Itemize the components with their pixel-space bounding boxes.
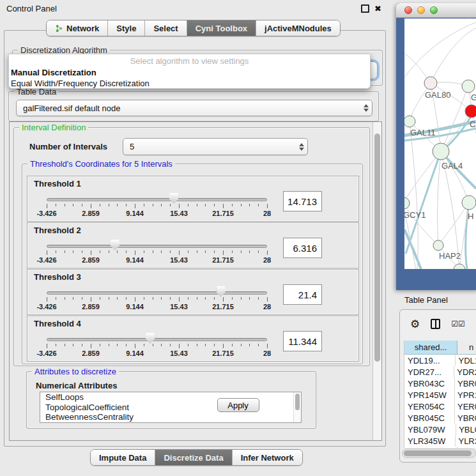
tab-impute-data[interactable]: Impute Data — [91, 450, 155, 465]
table-header-row: shared...n — [404, 341, 476, 355]
table-row[interactable]: YDL19...YDL1 — [404, 355, 476, 366]
attributes-group: Attributes to discretize Numerical Attri… — [26, 371, 316, 429]
slider-tick — [223, 344, 224, 348]
table-row[interactable]: YBL079WYBL0 — [404, 424, 476, 435]
slider-tick — [223, 204, 224, 208]
threshold-value-field[interactable] — [283, 238, 322, 258]
slider-tick — [82, 250, 82, 253]
slider-tick — [56, 204, 56, 206]
threshold-label: Threshold 1 — [34, 179, 81, 188]
slider-tick-label: 21.715 — [206, 349, 240, 357]
window-controls: ✖ — [361, 4, 381, 13]
network-edge[interactable] — [404, 151, 441, 203]
slider-tick-label: 15.43 — [162, 256, 196, 264]
network-node-label: GAL80 — [425, 90, 450, 100]
table-cell: YPR1 — [455, 389, 476, 401]
table-column-header[interactable]: n — [457, 341, 476, 354]
slider-tick — [205, 297, 206, 300]
slider-tick — [223, 250, 224, 255]
tab-select[interactable]: Select — [145, 20, 187, 36]
slider-thumb[interactable] — [111, 240, 119, 250]
network-node[interactable] — [404, 197, 410, 209]
slider-track[interactable] — [47, 291, 267, 295]
threshold-value-field[interactable] — [283, 284, 322, 305]
node-attribute-table: shared...n YDL19...YDL1YDR27...YDR2YBR04… — [404, 341, 476, 448]
slider-thumb[interactable] — [169, 193, 178, 204]
settings-vertical-scrollbar[interactable] — [372, 122, 381, 440]
algorithm-option[interactable]: Manual Discretization — [9, 67, 370, 78]
attribute-list-item[interactable]: SelfLoops — [40, 392, 301, 403]
slider-tick-label: 9.144 — [118, 349, 151, 357]
network-edge[interactable] — [431, 28, 476, 83]
tab-style[interactable]: Style — [108, 20, 145, 36]
float-window-icon[interactable] — [361, 4, 369, 13]
slider-tick-label: 2.859 — [74, 256, 107, 264]
slider-tick — [109, 344, 109, 346]
split-columns-icon[interactable] — [431, 319, 440, 329]
slider-tick — [223, 297, 224, 302]
slider-tick — [126, 297, 127, 300]
network-node[interactable] — [462, 80, 475, 93]
network-window-titlebar[interactable] — [396, 3, 476, 18]
close-icon[interactable]: ✖ — [374, 5, 381, 12]
table-row[interactable]: YDR27...YDR2 — [404, 366, 476, 378]
attribute-list-item[interactable]: TopologicalCoefficient — [40, 403, 301, 413]
slider-thumb[interactable] — [146, 333, 155, 344]
table-cell: YLR3 — [456, 435, 476, 447]
tab-jactivemnodules[interactable]: jActiveMNodules — [256, 20, 340, 36]
table-horizontal-scrollbar[interactable] — [402, 449, 476, 458]
slider-tick — [153, 204, 153, 206]
table-row[interactable]: YER054CYER0 — [404, 401, 476, 412]
slider-track[interactable] — [47, 338, 267, 341]
zoom-traffic-light-icon[interactable] — [430, 6, 438, 14]
threshold-value-field[interactable] — [283, 191, 322, 211]
network-node[interactable] — [424, 77, 437, 89]
close-traffic-light-icon[interactable] — [404, 6, 412, 14]
network-edge[interactable] — [404, 22, 476, 77]
window-title: Control Panel — [6, 4, 57, 13]
tab-network[interactable]: Network — [47, 20, 108, 36]
network-edge[interactable] — [406, 151, 441, 254]
checkbox-checked-icon[interactable]: ☑☑ — [451, 319, 465, 328]
tab-infer-network[interactable]: Infer Network — [233, 450, 302, 465]
slider-tick — [91, 250, 91, 255]
network-edge[interactable] — [438, 151, 441, 245]
slider-track[interactable] — [47, 198, 267, 201]
tab-discretize-data[interactable]: Discretize Data — [155, 450, 232, 465]
apply-button[interactable]: Apply — [217, 398, 259, 412]
threshold-value-field[interactable] — [283, 331, 322, 351]
slider-tick — [249, 204, 250, 206]
table-row[interactable]: YBR043CYBR0 — [404, 378, 476, 389]
gear-icon[interactable]: ⚙ — [410, 319, 420, 330]
attributes-scrollbar[interactable] — [293, 392, 301, 422]
table-row[interactable]: YLR345WYLR3 — [404, 435, 476, 447]
slider-tick — [241, 344, 242, 346]
slider-thumb[interactable] — [217, 286, 226, 297]
numerical-attributes-list[interactable]: SelfLoopsTopologicalCoefficientBetweenne… — [40, 392, 302, 423]
combobox-arrows-icon — [296, 143, 307, 151]
attribute-list-item[interactable]: BetweennessCentrality — [40, 412, 301, 422]
network-node[interactable] — [404, 116, 415, 127]
number-of-intervals-combobox[interactable]: 5 — [123, 138, 308, 155]
table-row[interactable]: YIL052CYIL0 — [404, 447, 476, 448]
network-edge[interactable] — [438, 203, 469, 245]
network-node[interactable] — [433, 240, 443, 250]
tab-cyni-toolbox[interactable]: Cyni Toolbox — [187, 20, 256, 36]
minimize-traffic-light-icon[interactable] — [417, 6, 425, 14]
algorithm-option[interactable]: Equal Width/Frequency Discretization — [9, 78, 370, 89]
table-row[interactable]: YPR145WYPR1 — [404, 389, 476, 401]
table-cell: YIL052C — [404, 447, 457, 448]
table-column-header[interactable]: shared... — [404, 341, 457, 354]
table-row[interactable]: YBR045CYBR0 — [404, 412, 476, 424]
table-data-combobox[interactable]: galFiltered.sif default node — [16, 100, 372, 116]
network-node[interactable] — [462, 196, 476, 210]
slider-tick-label: 21.715 — [206, 256, 240, 264]
network-node[interactable] — [465, 105, 476, 118]
slider-tick — [258, 297, 259, 300]
slider-track[interactable] — [47, 245, 267, 248]
slider-tick — [135, 250, 135, 255]
slider-tick — [144, 204, 144, 206]
slider-tick — [241, 204, 242, 206]
network-canvas[interactable]: GAL80GACGAL11GAL4GCY1HHAP2 — [404, 19, 476, 269]
network-node[interactable] — [433, 143, 449, 160]
